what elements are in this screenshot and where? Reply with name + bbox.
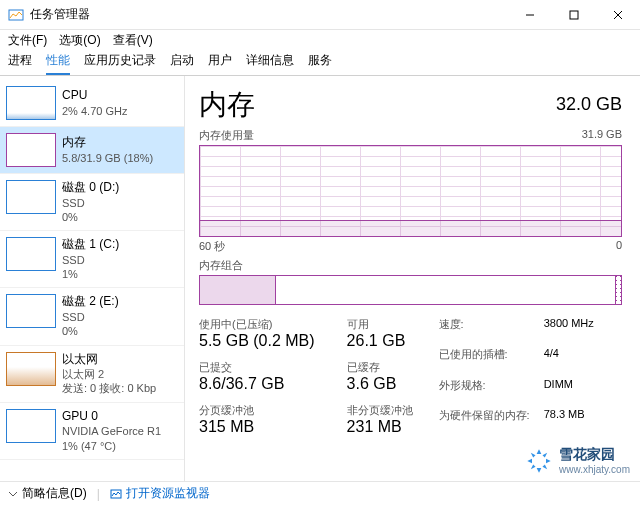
form-factor-label: 外形规格: bbox=[439, 378, 530, 406]
chart-axis-left: 60 秒 bbox=[199, 239, 225, 254]
sidebar-item-subtext: 以太网 2 bbox=[62, 367, 156, 381]
tab-performance[interactable]: 性能 bbox=[46, 52, 70, 75]
slots-label: 已使用的插槽: bbox=[439, 347, 530, 375]
svg-marker-12 bbox=[543, 452, 548, 457]
svg-marker-13 bbox=[531, 464, 536, 469]
hw-reserved-value: 78.3 MB bbox=[544, 408, 594, 436]
sidebar-item-subtext: SSD bbox=[62, 310, 119, 324]
form-factor-value: DIMM bbox=[544, 378, 594, 406]
app-icon bbox=[8, 7, 24, 23]
tab-users[interactable]: 用户 bbox=[208, 52, 232, 75]
committed-label: 已提交 bbox=[199, 360, 315, 375]
watermark: 雪花家园 www.xhjaty.com bbox=[525, 446, 630, 475]
sidebar-item-label: GPU 0 bbox=[62, 409, 161, 425]
resource-monitor-icon bbox=[110, 488, 122, 500]
sidebar-item-gpu0[interactable]: GPU 0 NVIDIA GeForce R1 1% (47 °C) bbox=[0, 403, 184, 460]
available-value: 26.1 GB bbox=[347, 332, 413, 350]
statusbar: 简略信息(D) | 打开资源监视器 bbox=[0, 481, 640, 505]
svg-marker-9 bbox=[546, 458, 551, 463]
cpu-thumb-icon bbox=[6, 86, 56, 120]
svg-marker-6 bbox=[537, 449, 542, 454]
fewer-details-button[interactable]: 简略信息(D) bbox=[8, 485, 87, 502]
available-label: 可用 bbox=[347, 317, 413, 332]
sidebar-item-label: 磁盘 0 (D:) bbox=[62, 180, 119, 196]
sidebar-item-subtext2: 发送: 0 接收: 0 Kbp bbox=[62, 381, 156, 395]
close-button[interactable] bbox=[596, 0, 640, 30]
usage-chart-label: 内存使用量 bbox=[199, 128, 254, 143]
chart-axis-right: 0 bbox=[616, 239, 622, 254]
sidebar-item-disk2[interactable]: 磁盘 2 (E:) SSD 0% bbox=[0, 288, 184, 345]
watermark-name: 雪花家园 bbox=[559, 446, 630, 464]
titlebar: 任务管理器 bbox=[0, 0, 640, 30]
svg-marker-11 bbox=[543, 464, 548, 469]
menu-view[interactable]: 查看(V) bbox=[113, 32, 153, 49]
paged-pool-label: 分页缓冲池 bbox=[199, 403, 315, 418]
menu-options[interactable]: 选项(O) bbox=[59, 32, 100, 49]
committed-value: 8.6/36.7 GB bbox=[199, 375, 315, 393]
speed-label: 速度: bbox=[439, 317, 530, 345]
sidebar-item-subtext: 2% 4.70 GHz bbox=[62, 104, 127, 118]
sidebar-item-memory[interactable]: 内存 5.8/31.9 GB (18%) bbox=[0, 127, 184, 174]
sidebar-item-subtext2: 1% bbox=[62, 267, 119, 281]
speed-value: 3800 MHz bbox=[544, 317, 594, 345]
sidebar-item-subtext2: 0% bbox=[62, 324, 119, 338]
tab-services[interactable]: 服务 bbox=[308, 52, 332, 75]
tab-startup[interactable]: 启动 bbox=[170, 52, 194, 75]
watermark-url: www.xhjaty.com bbox=[559, 464, 630, 475]
sidebar-item-subtext: 5.8/31.9 GB (18%) bbox=[62, 151, 153, 165]
sidebar-item-subtext: SSD bbox=[62, 253, 119, 267]
window-title: 任务管理器 bbox=[30, 6, 508, 23]
sidebar-item-label: 以太网 bbox=[62, 352, 156, 368]
paged-pool-value: 315 MB bbox=[199, 418, 315, 436]
sidebar-item-disk1[interactable]: 磁盘 1 (C:) SSD 1% bbox=[0, 231, 184, 288]
tab-app-history[interactable]: 应用历史记录 bbox=[84, 52, 156, 75]
open-resource-monitor-label: 打开资源监视器 bbox=[126, 485, 210, 502]
sidebar-item-subtext: NVIDIA GeForce R1 bbox=[62, 424, 161, 438]
sidebar-item-cpu[interactable]: CPU 2% 4.70 GHz bbox=[0, 80, 184, 127]
sidebar-item-ethernet[interactable]: 以太网 以太网 2 发送: 0 接收: 0 Kbp bbox=[0, 346, 184, 403]
nonpaged-pool-value: 231 MB bbox=[347, 418, 413, 436]
slots-value: 4/4 bbox=[544, 347, 594, 375]
hw-reserved-label: 为硬件保留的内存: bbox=[439, 408, 530, 436]
detail-pane: 内存 32.0 GB 内存使用量 31.9 GB 60 秒 0 内存组合 使用中… bbox=[185, 76, 640, 481]
memory-composition-chart bbox=[199, 275, 622, 305]
disk-thumb-icon bbox=[6, 294, 56, 328]
sidebar-item-disk0[interactable]: 磁盘 0 (D:) SSD 0% bbox=[0, 174, 184, 231]
tab-processes[interactable]: 进程 bbox=[8, 52, 32, 75]
svg-marker-8 bbox=[527, 458, 532, 463]
svg-rect-2 bbox=[570, 11, 578, 19]
capacity-value: 32.0 GB bbox=[556, 94, 622, 115]
sidebar-item-label: 磁盘 2 (E:) bbox=[62, 294, 119, 310]
in-use-label: 使用中(已压缩) bbox=[199, 317, 315, 332]
sidebar-item-label: 内存 bbox=[62, 135, 153, 151]
gpu-thumb-icon bbox=[6, 409, 56, 443]
maximize-button[interactable] bbox=[552, 0, 596, 30]
sidebar: CPU 2% 4.70 GHz 内存 5.8/31.9 GB (18%) 磁盘 … bbox=[0, 76, 185, 481]
fewer-details-label: 简略信息(D) bbox=[22, 485, 87, 502]
disk-thumb-icon bbox=[6, 180, 56, 214]
cached-value: 3.6 GB bbox=[347, 375, 413, 393]
tab-details[interactable]: 详细信息 bbox=[246, 52, 294, 75]
detail-heading: 内存 bbox=[199, 86, 255, 124]
menu-file[interactable]: 文件(F) bbox=[8, 32, 47, 49]
svg-marker-7 bbox=[537, 468, 542, 473]
tabbar: 进程 性能 应用历史记录 启动 用户 详细信息 服务 bbox=[0, 50, 640, 76]
ethernet-thumb-icon bbox=[6, 352, 56, 386]
sidebar-item-label: 磁盘 1 (C:) bbox=[62, 237, 119, 253]
disk-thumb-icon bbox=[6, 237, 56, 271]
usage-chart-max: 31.9 GB bbox=[582, 128, 622, 143]
nonpaged-pool-label: 非分页缓冲池 bbox=[347, 403, 413, 418]
memory-usage-chart bbox=[199, 145, 622, 237]
sidebar-item-label: CPU bbox=[62, 88, 127, 104]
menubar: 文件(F) 选项(O) 查看(V) bbox=[0, 30, 640, 50]
composition-label: 内存组合 bbox=[199, 258, 622, 273]
open-resource-monitor-link[interactable]: 打开资源监视器 bbox=[110, 485, 210, 502]
minimize-button[interactable] bbox=[508, 0, 552, 30]
sidebar-item-subtext2: 0% bbox=[62, 210, 119, 224]
sidebar-item-subtext2: 1% (47 °C) bbox=[62, 439, 161, 453]
cached-label: 已缓存 bbox=[347, 360, 413, 375]
memory-thumb-icon bbox=[6, 133, 56, 167]
svg-marker-10 bbox=[531, 452, 536, 457]
chevron-down-icon bbox=[8, 489, 18, 499]
sidebar-item-subtext: SSD bbox=[62, 196, 119, 210]
